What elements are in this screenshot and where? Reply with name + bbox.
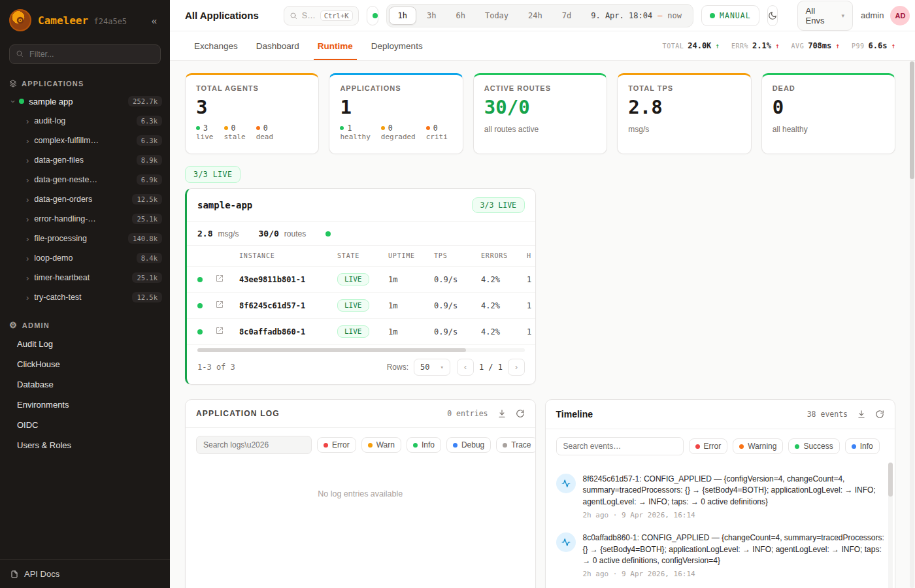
time-range-24h[interactable]: 24h <box>519 7 552 25</box>
timeline-filter-error[interactable]: Error <box>689 438 728 454</box>
sidebar-item-environments[interactable]: Environments <box>0 395 170 415</box>
api-docs-link[interactable]: API Docs <box>0 559 170 588</box>
env-select[interactable]: All Envs ▾ <box>797 1 853 31</box>
time-range-3h[interactable]: 3h <box>418 7 445 25</box>
table-row[interactable]: 43ee9811b801-1 LIVE 1m 0.9/s 4.2% 1 <box>187 267 535 293</box>
sidebar-collapse-icon[interactable]: « <box>148 14 161 27</box>
app-tree: ›audit-log6.3k ›complex-fulfillm…6.3k ›d… <box>0 111 170 307</box>
rows-per-page-select[interactable]: 50 ▾ <box>414 359 450 376</box>
table-row[interactable]: 8f6245c61d57-1 LIVE 1m 0.9/s 4.2% 1 <box>187 293 535 319</box>
sidebar-item-data-gen-orders[interactable]: ›data-gen-orders12.5k <box>0 189 170 209</box>
sidebar-item-timer-heartbeat[interactable]: ›timer-heartbeat25.1k <box>0 268 170 287</box>
sidebar-item-data-gen-files[interactable]: ›data-gen-files8.9k <box>0 150 170 170</box>
external-link-icon[interactable] <box>216 301 239 310</box>
log-search-input[interactable] <box>196 436 312 454</box>
horizontal-scrollbar-thumb[interactable] <box>197 348 466 352</box>
count-badge: 6.9k <box>137 174 162 185</box>
page-scrollbar-thumb[interactable] <box>910 61 914 179</box>
timeline-title: Timeline <box>556 409 593 419</box>
global-search[interactable]: S… Ctrl+K <box>284 6 359 25</box>
application-name: sample-app <box>197 200 252 210</box>
sidebar-item-clickhouse[interactable]: ClickHouse <box>0 354 170 374</box>
row-range: 1-3 of 3 <box>197 363 235 372</box>
refresh-mode-button[interactable]: MANUAL <box>701 5 759 26</box>
timeline-filter-success[interactable]: Success <box>788 438 839 454</box>
sidebar-item-file-processing[interactable]: ›file-processing140.8k <box>0 229 170 248</box>
search-placeholder: S… <box>302 11 316 20</box>
activity-icon <box>556 474 576 493</box>
sidebar-item-error-handling[interactable]: ›error-handling-…25.1k <box>0 209 170 229</box>
avatar[interactable]: AD <box>890 6 910 25</box>
time-range-display[interactable]: 9. Apr. 18:04 — now <box>582 11 691 20</box>
download-icon[interactable] <box>857 410 866 419</box>
sidebar-item-audit-log-admin[interactable]: Audit Log <box>0 334 170 354</box>
tab-exchanges[interactable]: Exchanges <box>185 33 247 59</box>
stat-avg: AVG708ms↑ <box>791 41 840 50</box>
tab-runtime[interactable]: Runtime <box>308 33 362 59</box>
sidebar-item-database[interactable]: Database <box>0 374 170 395</box>
refresh-icon[interactable] <box>875 410 884 419</box>
sidebar-item-audit-log[interactable]: ›audit-log6.3k <box>0 111 170 131</box>
time-range-6h[interactable]: 6h <box>446 7 474 25</box>
log-filter-trace[interactable]: Trace <box>496 437 535 453</box>
sidebar: Cameleer f24a5e5 « APPLICATIONS › sample… <box>0 0 170 588</box>
prev-page-button[interactable]: ‹ <box>457 359 474 376</box>
brand-version: f24a5e5 <box>94 17 127 26</box>
state-badge: LIVE <box>337 273 369 286</box>
sidebar-item-oidc[interactable]: OIDC <box>0 415 170 435</box>
timeline-scrollbar-thumb[interactable] <box>888 463 893 497</box>
content: TOTAL AGENTS 3 3live 0stale 0dead APPLIC… <box>170 61 915 588</box>
chevron-right-icon: › <box>26 195 29 204</box>
manual-dot <box>710 13 715 18</box>
timeline-filter-warning[interactable]: Warning <box>733 438 783 454</box>
timeline-filter-info[interactable]: Info <box>845 438 880 454</box>
sidebar-item-complex-fulfillment[interactable]: ›complex-fulfillm…6.3k <box>0 131 170 150</box>
log-empty-state: No log entries available <box>186 462 535 498</box>
debug-dot <box>453 443 458 448</box>
time-range-7d[interactable]: 7d <box>553 7 580 25</box>
time-range-1h[interactable]: 1h <box>389 7 416 25</box>
sidebar-item-users-roles[interactable]: Users & Roles <box>0 435 170 455</box>
connection-status[interactable]: O <box>367 6 378 25</box>
sidebar-item-loop-demo[interactable]: ›loop-demo8.4k <box>0 248 170 268</box>
brand-name: Cameleer <box>38 14 88 27</box>
live-summary-pill[interactable]: 3/3 LIVE <box>185 166 241 183</box>
main-area: All Applications S… Ctrl+K O 1h 3h 6h To… <box>170 0 915 588</box>
refresh-icon[interactable] <box>516 409 525 418</box>
horizontal-scrollbar <box>197 348 525 352</box>
sidebar-item-sample-app[interactable]: › sample app 252.7k <box>0 91 170 111</box>
card-total-agents: TOTAL AGENTS 3 3live 0stale 0dead <box>185 73 319 154</box>
timeline-scrollbar <box>888 463 893 588</box>
admin-section-header: ⚙ ADMIN <box>0 314 170 334</box>
tab-deployments[interactable]: Deployments <box>362 33 432 59</box>
chevron-down-icon: ▾ <box>440 364 443 370</box>
count-badge: 25.1k <box>132 272 162 283</box>
external-link-icon[interactable] <box>216 327 239 336</box>
filter-input[interactable] <box>9 44 161 64</box>
next-page-button[interactable]: › <box>508 359 525 376</box>
sidebar-item-try-catch-test[interactable]: ›try-catch-test12.5k <box>0 287 170 307</box>
chevron-down-icon: › <box>9 100 18 103</box>
tab-dashboard[interactable]: Dashboard <box>247 33 308 59</box>
sidebar-item-data-gen-nested[interactable]: ›data-gen-neste…6.9k <box>0 170 170 189</box>
timeline-event: 8c0affadb860-1: CONFIG_APPLIED — {change… <box>555 526 886 585</box>
critical-dot <box>426 126 430 130</box>
status-dot <box>19 99 24 104</box>
warn-dot <box>368 443 373 448</box>
log-filter-debug[interactable]: Debug <box>446 437 491 453</box>
table-row[interactable]: 8c0affadb860-1 LIVE 1m 0.9/s 4.2% 1 <box>187 319 535 345</box>
external-link-icon[interactable] <box>216 274 239 284</box>
log-filter-warn[interactable]: Warn <box>361 437 401 453</box>
document-icon <box>10 570 18 578</box>
download-icon[interactable] <box>497 409 507 418</box>
error-dot <box>324 443 328 448</box>
search-shortcut: Ctrl+K <box>320 10 353 21</box>
time-range-today[interactable]: Today <box>476 7 518 25</box>
log-filter-error[interactable]: Error <box>317 437 356 453</box>
log-filter-info[interactable]: Info <box>407 437 441 453</box>
dark-mode-toggle[interactable] <box>767 5 778 26</box>
activity-icon <box>556 532 576 552</box>
timeline-search-input[interactable] <box>556 437 684 455</box>
trend-up-icon: ↑ <box>835 42 840 50</box>
health-dot <box>325 231 331 237</box>
